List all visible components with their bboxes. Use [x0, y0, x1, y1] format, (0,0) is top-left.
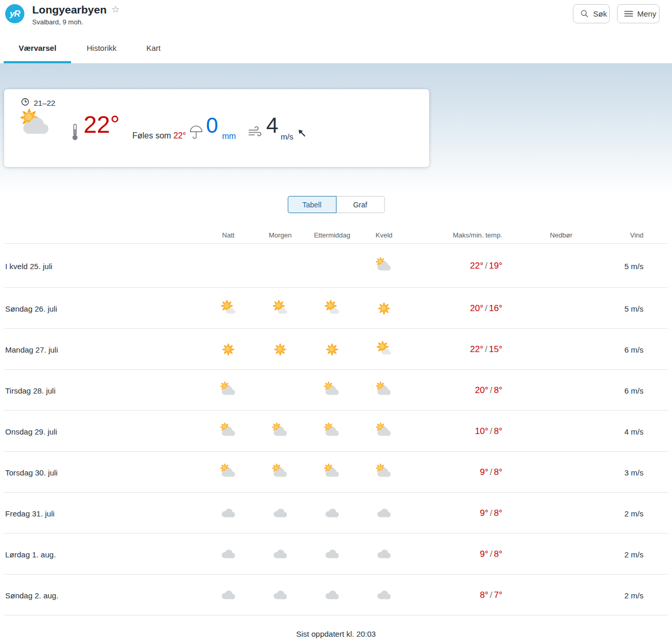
weather-icon-cloudy — [323, 545, 341, 564]
temp-separator: / — [488, 590, 494, 600]
yr-logo[interactable]: yR — [5, 4, 24, 23]
favorite-star-icon[interactable]: ☆ — [112, 3, 120, 16]
min-temp: 8° — [494, 426, 502, 436]
column-header-ettermiddag: Ettermiddag — [314, 231, 350, 239]
wind-speed: 2 m/s — [624, 591, 643, 599]
wind-speed: 2 m/s — [624, 550, 643, 558]
min-temp: 7° — [494, 590, 502, 600]
temp-separator: / — [488, 508, 494, 518]
weather-icon-partlycloudy — [219, 422, 238, 441]
max-min-temp: 9°/8° — [480, 467, 502, 478]
weather-icon-cloudy — [375, 586, 393, 605]
day-label: Torsdag 30. juli — [5, 468, 58, 477]
max-temp: 8° — [480, 590, 488, 600]
forecast-row[interactable]: Onsdag 29. juli 10°/8° 4 m/s — [0, 411, 672, 452]
column-header-vind: Vind — [630, 231, 643, 239]
weather-icon-cloudy — [219, 545, 238, 564]
weather-icon-cloudy — [323, 586, 341, 605]
temp-separator: / — [484, 344, 489, 354]
page-title: Longyearbyen — [32, 3, 107, 17]
forecast-row[interactable]: Søndag 2. aug. 8°/7° 2 m/s — [0, 575, 672, 615]
max-min-temp: 22°/19° — [470, 261, 502, 271]
menu-button-label: Meny — [637, 9, 656, 18]
menu-button[interactable]: Meny — [617, 4, 660, 23]
weather-icon-cloudy — [271, 545, 290, 564]
weather-icon-fair — [271, 299, 290, 318]
temp-separator: / — [488, 467, 494, 477]
weather-icon-fair — [375, 340, 393, 359]
forecast-row[interactable]: Tirsdag 28. juli 20°/8° 6 m/s — [0, 370, 672, 411]
thermometer-icon — [71, 123, 79, 144]
max-min-temp: 22°/15° — [470, 344, 502, 355]
tab-historikk[interactable]: Historikk — [87, 44, 117, 52]
max-temp: 22° — [470, 344, 484, 354]
forecast-row[interactable]: I kveld 25. juli 22°/19° 5 m/s — [0, 244, 672, 288]
weather-icon-cloudy — [219, 586, 238, 605]
weather-icon-partlycloudy — [271, 422, 290, 441]
wind-speed: 2 m/s — [624, 509, 643, 517]
current-temperature: 22° — [84, 112, 120, 137]
day-label: Lørdag 1. aug. — [5, 550, 56, 558]
weather-icon-clear — [323, 340, 341, 359]
weather-icon-clear — [271, 340, 290, 359]
wind-direction-arrow-icon — [296, 128, 307, 141]
toggle-tabell-button[interactable]: Tabell — [287, 196, 336, 213]
day-label: Onsdag 29. juli — [5, 427, 57, 436]
column-header-morgen: Morgen — [269, 231, 292, 239]
temp-separator: / — [484, 303, 489, 313]
column-header-maks-min-temp: Maks/min. temp. — [453, 231, 502, 239]
forecast-row[interactable]: Torsdag 30. juli 9°/8° 3 m/s — [0, 452, 672, 493]
weather-icon-cloudy — [375, 504, 393, 523]
max-temp: 20° — [475, 385, 488, 395]
tab-vaervarsel[interactable]: Værvarsel — [19, 44, 57, 52]
tab-kart[interactable]: Kart — [146, 44, 161, 52]
min-temp: 15° — [489, 344, 502, 354]
max-min-temp: 20°/16° — [470, 303, 502, 314]
umbrella-icon — [189, 125, 203, 143]
max-temp: 9° — [480, 549, 488, 559]
max-min-temp: 8°/7° — [480, 590, 502, 600]
max-temp: 22° — [470, 261, 484, 271]
max-temp: 9° — [480, 508, 488, 518]
max-temp: 10° — [475, 426, 488, 436]
search-button[interactable]: Søk — [573, 4, 610, 23]
weather-icon-partlycloudy — [271, 463, 290, 482]
search-icon — [580, 9, 589, 18]
wind-speed: 6 m/s — [624, 386, 643, 395]
weather-icon-cloudy — [219, 504, 238, 523]
precipitation-value: 0 — [206, 114, 218, 137]
wind-speed: 3 m/s — [624, 468, 643, 477]
view-toggle: Tabell Graf — [287, 196, 385, 213]
weather-icon-cloudy — [271, 586, 290, 605]
weather-icon-partlycloudy — [375, 381, 393, 400]
forecast-row[interactable]: Fredag 31. juli 9°/8° 2 m/s — [0, 493, 672, 534]
forecast-row[interactable]: Mandag 27. juli 22°/15° 6 m/s — [0, 329, 672, 370]
forecast-table-header: Natt Morgen Ettermiddag Kveld Maks/min. … — [0, 228, 672, 244]
min-temp: 8° — [494, 467, 502, 477]
toggle-graf-button[interactable]: Graf — [336, 196, 385, 213]
search-button-label: Søk — [593, 9, 607, 18]
min-temp: 8° — [494, 385, 502, 395]
max-min-temp: 20°/8° — [475, 385, 502, 396]
weather-icon-clear — [219, 340, 238, 359]
forecast-row[interactable]: Søndag 26. juli 20°/16° 5 m/s — [0, 288, 672, 329]
location-header: Longyearbyen ☆ — [32, 3, 120, 17]
min-temp: 19° — [489, 261, 502, 271]
hero-background: 21–22 22° Føles som 22° 0 mm 4 m/s — [0, 63, 672, 194]
day-label: Tirsdag 28. juli — [5, 386, 56, 395]
weather-icon-partlycloudy — [219, 463, 238, 482]
precipitation-unit: mm — [222, 132, 236, 141]
column-header-kveld: Kveld — [376, 231, 393, 239]
wind-speed: 5 m/s — [624, 261, 643, 270]
max-temp: 20° — [470, 303, 484, 313]
yr-logo-text: yR — [10, 9, 20, 19]
day-label: Søndag 2. aug. — [5, 591, 59, 599]
wind-speed-value: 4 — [266, 114, 278, 137]
yr-weather-page: yR Longyearbyen ☆ Svalbard, 9 moh. Søk M… — [0, 0, 672, 644]
forecast-row[interactable]: Lørdag 1. aug. 9°/8° 2 m/s — [0, 534, 672, 575]
day-label: Mandag 27. juli — [5, 345, 58, 354]
day-label: Fredag 31. juli — [5, 509, 54, 517]
weather-icon-cloudy — [375, 545, 393, 564]
wind-speed: 4 m/s — [624, 427, 643, 436]
min-temp: 8° — [494, 549, 502, 559]
